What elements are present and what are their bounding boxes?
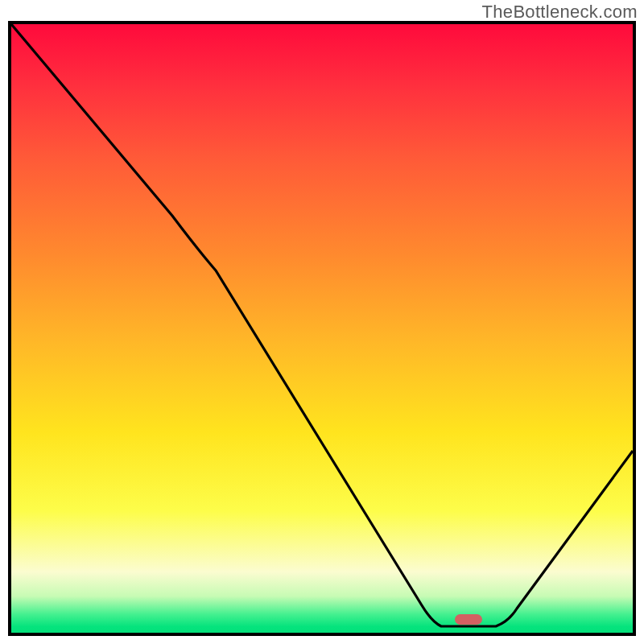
optimal-point-marker (455, 614, 482, 625)
bottleneck-curve-path (11, 24, 633, 626)
plot-area (8, 21, 636, 636)
curve-layer (11, 24, 633, 633)
watermark-text: TheBottleneck.com (482, 2, 638, 23)
chart-frame: TheBottleneck.com (0, 0, 644, 644)
